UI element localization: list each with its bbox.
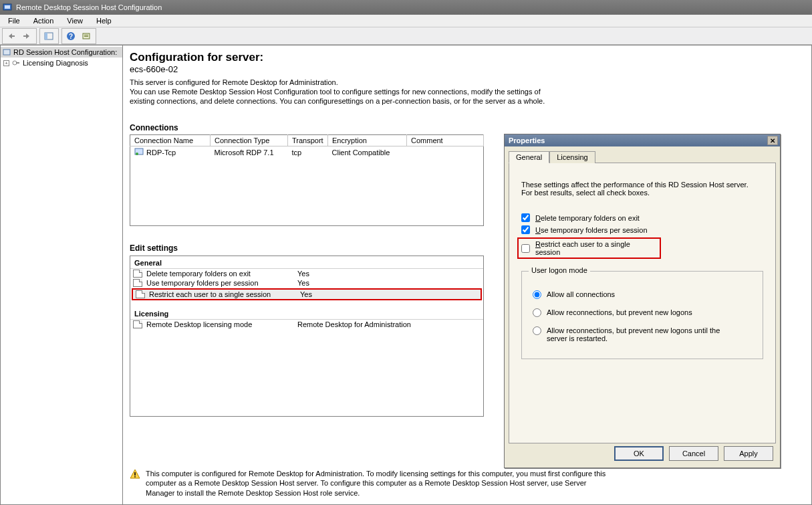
svg-rect-2 — [12, 35, 15, 37]
svg-rect-5 — [45, 33, 47, 39]
dialog-buttons: OK Cancel Apply — [614, 446, 773, 461]
help-button[interactable]: ? — [63, 29, 78, 43]
property-icon — [133, 270, 142, 278]
key-icon — [11, 58, 21, 68]
radio2-pre: Allow — [547, 308, 566, 316]
app-icon — [3, 3, 12, 12]
svg-rect-17 — [134, 476, 136, 478]
col-comment[interactable]: Comment — [407, 135, 484, 146]
properties-dialog: Properties ✕ General Licensing These set… — [504, 134, 781, 468]
setting-licensing-value: Remote Desktop for Administration — [297, 320, 411, 328]
dialog-instructions-2: For best results, select all check boxes… — [521, 189, 763, 197]
dialog-tabs: General Licensing — [505, 146, 780, 163]
ok-button[interactable]: OK — [614, 446, 664, 461]
intro-line-2: You can use Remote Desktop Session Host … — [130, 88, 611, 97]
checkbox-restrict-input[interactable] — [521, 244, 530, 253]
forward-button[interactable] — [19, 29, 34, 43]
setting-delete-temp-label: Delete temporary folders on exit — [146, 270, 251, 278]
conn-comment — [407, 146, 484, 159]
svg-rect-11 — [3, 49, 10, 55]
content-area: Configuration for server: ecs-660e-02 Th… — [123, 45, 812, 505]
setting-restrict-label: Restrict each user to a single session — [149, 290, 271, 298]
tree-child-licensing[interactable]: + Licensing Diagnosis — [1, 58, 122, 68]
setting-restrict-single-session[interactable]: Restrict each user to a single session Y… — [132, 288, 482, 300]
menu-action[interactable]: Action — [28, 15, 59, 26]
cancel-button[interactable]: Cancel — [669, 446, 718, 461]
svg-point-15 — [136, 153, 138, 155]
page-heading: Configuration for server: — [130, 51, 611, 64]
checkbox-restrict-single-session[interactable]: Restrict each user to a single session — [517, 237, 661, 259]
intro-line-3: existing connections, and delete connect… — [130, 97, 611, 106]
radio3-label: Allow reconnections, but prevent new log… — [547, 326, 720, 342]
setting-use-temp-label: Use temporary folders per session — [146, 279, 259, 287]
col-connection-type[interactable]: Connection Type — [211, 135, 288, 146]
setting-use-temp-value: Yes — [297, 279, 309, 287]
checkbox-use-temp-input[interactable] — [521, 225, 530, 234]
col-connection-name[interactable]: Connection Name — [130, 135, 211, 146]
licensing-heading: Licensing — [130, 307, 483, 320]
tab-general[interactable]: General — [509, 151, 549, 163]
property-icon — [136, 290, 145, 298]
conn-type: Microsoft RDP 7.1 — [211, 146, 288, 159]
setting-licensing-mode[interactable]: Remote Desktop licensing mode Remote Des… — [130, 320, 483, 329]
property-icon — [133, 279, 142, 287]
setting-delete-temp[interactable]: Delete temporary folders on exit Yes — [130, 269, 483, 278]
chk3-acc: R — [535, 240, 541, 248]
refresh-button[interactable] — [79, 29, 94, 43]
dialog-title-bar[interactable]: Properties ✕ — [505, 134, 780, 146]
radio-allow-reconnections-input[interactable] — [533, 308, 541, 317]
svg-rect-10 — [84, 36, 88, 37]
tree-panel: RD Session Host Configuration: + Licensi… — [0, 45, 123, 505]
radio-allow-reconnections-until-restart[interactable]: Allow reconnections, but prevent new log… — [533, 326, 752, 342]
setting-use-temp[interactable]: Use temporary folders per session Yes — [130, 278, 483, 288]
conn-encryption: Client Compatible — [328, 146, 407, 159]
chk1-label: elete temporary folders on exit — [541, 214, 640, 222]
svg-rect-9 — [84, 35, 88, 35]
menu-bar: File Action View Help — [0, 15, 812, 27]
radio-allow-all-label: llow all connections — [551, 290, 615, 298]
intro-line-1: This server is configured for Remote Des… — [130, 78, 611, 88]
setting-delete-temp-value: Yes — [297, 270, 309, 278]
setting-restrict-value: Yes — [300, 290, 312, 298]
footer-text: This computer is configured for Remote D… — [146, 469, 611, 498]
user-logon-mode-legend: User logon mode — [529, 266, 590, 274]
chk2-label: se temporary folders per session — [541, 226, 648, 234]
dialog-instructions-1: These settings affect the performance of… — [521, 181, 763, 189]
setting-licensing-label: Remote Desktop licensing mode — [146, 320, 252, 328]
connection-icon — [134, 148, 144, 157]
apply-button[interactable]: Apply — [724, 446, 773, 461]
col-encryption[interactable]: Encryption — [328, 135, 407, 146]
checkbox-delete-temp[interactable]: Delete temporary folders on exit — [521, 213, 763, 222]
user-logon-mode-group: User logon mode Allow all connections Al… — [521, 271, 763, 359]
menu-file[interactable]: File — [3, 15, 25, 26]
settings-box: General Delete temporary folders on exit… — [130, 256, 484, 417]
tree-root[interactable]: RD Session Host Configuration: — [1, 47, 122, 58]
close-icon[interactable]: ✕ — [767, 136, 778, 145]
radio-allow-reconnections-until-restart-input[interactable] — [533, 326, 541, 335]
chk1-acc: D — [535, 214, 541, 222]
property-icon — [133, 320, 142, 328]
connection-row[interactable]: RDP-Tcp Microsoft RDP 7.1 tcp Client Com… — [130, 146, 484, 159]
dialog-title: Properties — [509, 136, 545, 144]
radio-allow-reconnections[interactable]: Allow reconnections, but prevent new log… — [533, 308, 752, 317]
connections-title: Connections — [130, 123, 611, 132]
col-transport[interactable]: Transport — [288, 135, 328, 146]
general-heading: General — [130, 256, 483, 269]
menu-help[interactable]: Help — [91, 15, 117, 26]
radio-allow-all-input[interactable] — [533, 290, 541, 299]
server-name: ecs-660e-02 — [130, 64, 611, 74]
expand-icon[interactable]: + — [3, 60, 9, 66]
tab-general-body: These settings affect the performance of… — [509, 163, 776, 443]
menu-view[interactable]: View — [61, 15, 88, 26]
show-hide-tree-button[interactable] — [41, 29, 56, 43]
chk3-label: estrict each user to a single session — [535, 240, 630, 256]
intro-text: This server is configured for Remote Des… — [130, 78, 611, 106]
footer-warning: This computer is configured for Remote D… — [130, 469, 611, 498]
back-button[interactable] — [4, 29, 19, 43]
radio-allow-all[interactable]: Allow all connections — [533, 290, 752, 299]
checkbox-delete-temp-input[interactable] — [521, 213, 530, 222]
checkbox-use-temp[interactable]: Use temporary folders per session — [521, 225, 763, 234]
connections-table: Connection Name Connection Type Transpor… — [130, 134, 484, 226]
tab-licensing[interactable]: Licensing — [549, 151, 595, 163]
svg-rect-3 — [23, 35, 26, 37]
